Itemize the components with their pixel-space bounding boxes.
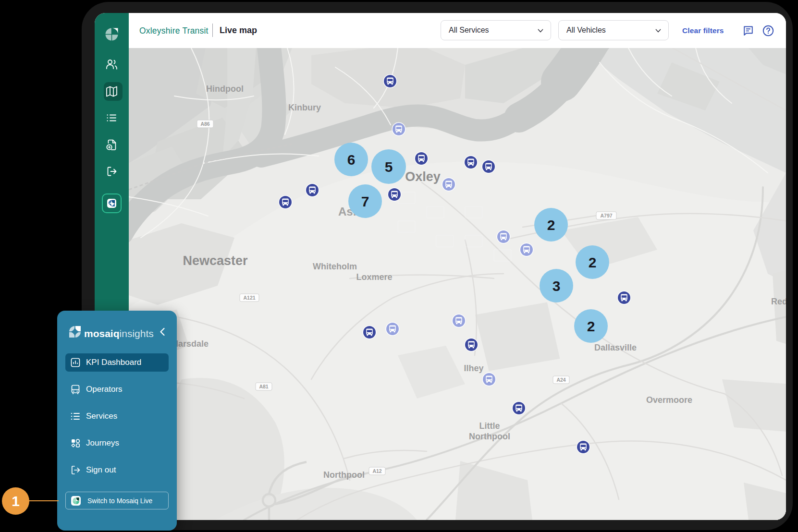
svg-text:A121: A121 <box>243 295 255 301</box>
svg-text:7: 7 <box>361 193 369 209</box>
svg-text:2: 2 <box>587 318 595 334</box>
svg-text:Northpool: Northpool <box>469 432 510 441</box>
svg-text:Newcaster: Newcaster <box>183 254 248 268</box>
svg-text:Ilhey: Ilhey <box>464 363 483 373</box>
svg-text:Loxmere: Loxmere <box>356 272 392 282</box>
svg-text:6: 6 <box>347 152 356 168</box>
svg-text:Hindpool: Hindpool <box>206 84 244 94</box>
svg-text:2: 2 <box>547 217 555 233</box>
svg-text:A24: A24 <box>556 377 565 383</box>
svg-text:Dallasville: Dallasville <box>594 343 637 352</box>
svg-text:Redford: Redford <box>771 297 786 306</box>
svg-text:A86: A86 <box>200 121 209 127</box>
svg-text:Little: Little <box>479 421 500 431</box>
svg-text:5: 5 <box>385 159 393 175</box>
svg-text:Oxley: Oxley <box>405 169 441 184</box>
svg-text:2: 2 <box>589 254 597 270</box>
svg-text:Whiteholm: Whiteholm <box>313 262 357 271</box>
svg-text:Northpool: Northpool <box>323 470 365 480</box>
svg-text:3: 3 <box>552 278 561 294</box>
svg-text:A797: A797 <box>600 213 612 218</box>
svg-text:A12: A12 <box>372 468 381 474</box>
svg-text:Overmoore: Overmoore <box>646 395 692 405</box>
svg-text:A81: A81 <box>259 384 268 389</box>
svg-text:Kinbury: Kinbury <box>288 103 321 112</box>
